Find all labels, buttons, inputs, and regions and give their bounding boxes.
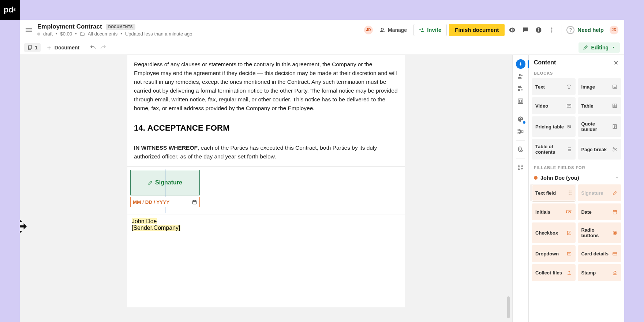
svg-point-38 [569,194,570,195]
document-page: Regardless of any clauses or statements … [127,55,405,307]
field-date[interactable]: Date [578,203,622,220]
field-initials[interactable]: InitialsIN [532,203,576,220]
info-icon [535,26,542,34]
menu-button[interactable] [26,27,32,33]
status-dot [37,33,40,35]
signature-block[interactable]: Signature MM / DD / YYYY [127,166,405,214]
need-help-button[interactable]: ? Need help [566,26,604,34]
finish-button[interactable]: Finish document [449,24,505,36]
video-icon [566,103,572,109]
field-card[interactable]: Card details [578,245,622,262]
svg-rect-26 [518,168,520,170]
chevron-down-icon [615,176,619,180]
redo-icon [100,44,106,51]
toc-icon [566,146,572,152]
image-icon [612,84,618,90]
rail-add-button[interactable]: + [516,59,525,69]
block-pricing-table[interactable]: Pricing table [532,116,576,137]
block-image[interactable]: Image [578,78,622,95]
rail-automation[interactable] [516,126,526,136]
status-text: draft [43,31,53,37]
svg-rect-22 [518,132,519,134]
workflow-icon [517,128,524,135]
manage-button[interactable]: Manage [375,24,411,36]
svg-rect-6 [538,28,539,29]
svg-rect-25 [521,165,523,167]
block-toc[interactable]: Table of contents [532,139,576,160]
rail-design[interactable] [516,96,526,106]
pages-chip[interactable]: 1 [24,43,41,52]
app-window: Employment Contract DOCUMENTS draft • $0… [20,20,624,322]
block-text[interactable]: Text [532,78,576,95]
move-handle[interactable] [20,218,29,238]
svg-point-14 [518,89,520,90]
pencil-icon [583,45,588,50]
block-video[interactable]: Video [532,97,576,114]
block-table[interactable]: Table [578,97,622,114]
svg-point-1 [383,29,384,30]
svg-rect-17 [519,100,521,102]
preview-button[interactable] [507,25,518,35]
field-text[interactable]: Text field [532,184,576,201]
comments-button[interactable] [520,25,531,35]
assignee-picker[interactable]: John Doe (you) [529,173,624,184]
rail-recipients[interactable] [516,71,526,81]
help-icon: ? [566,26,574,34]
field-signature[interactable]: Signature [578,184,622,201]
pricing-icon [566,124,572,130]
witness-paragraph[interactable]: IN WITNESS WHEREOF, each of the Parties … [134,143,398,161]
block-page-break[interactable]: Page break [578,139,622,160]
svg-point-39 [570,194,572,195]
radio-icon [612,230,618,236]
more-button[interactable] [546,25,557,35]
undo-button[interactable] [90,44,96,51]
rail-attachments[interactable] [516,144,526,154]
mode-switch[interactable]: Editing [579,42,620,53]
text-icon [566,84,572,90]
svg-point-12 [519,74,521,76]
svg-rect-5 [538,29,539,31]
field-stamp[interactable]: Stamp [578,264,622,281]
rail-apps[interactable] [516,162,526,172]
close-panel-button[interactable] [613,60,619,66]
field-checkbox[interactable]: Checkbox [532,222,576,243]
right-icon-rail: + [512,55,528,322]
svg-point-7 [551,27,553,29]
field-radio[interactable]: Radio buttons [578,222,622,243]
rail-variables[interactable] [516,83,526,94]
info-button[interactable] [533,25,544,35]
svg-point-2 [422,28,423,30]
svg-point-13 [521,75,523,76]
apps-icon [517,164,524,171]
card-icon [612,251,618,257]
chevron-down-icon [611,45,615,49]
avatar-chip[interactable]: JD [364,26,373,34]
rail-theme[interactable] [516,114,526,124]
section-heading[interactable]: 14. ACCEPTANCE FORM [134,123,398,133]
svg-rect-10 [29,45,31,49]
invite-button[interactable]: Invite [413,24,447,36]
move-icon [20,218,29,238]
initials-icon: IN [566,209,572,215]
dropdown-icon [566,251,572,257]
field-dropdown[interactable]: Dropdown [532,245,576,262]
user-avatar[interactable]: JD [610,26,618,34]
block-quote-builder[interactable]: Quote builder [578,116,622,137]
svg-rect-16 [518,99,523,104]
breadcrumb[interactable]: All documents [88,31,118,37]
signature-icon [612,190,618,196]
signature-field[interactable]: Signature [130,170,200,195]
redo-button[interactable] [100,44,106,51]
plus-icon: ＋ [46,43,52,52]
upload-icon [566,270,572,276]
scrollbar[interactable] [507,296,510,318]
date-field[interactable]: MM / DD / YYYY [130,197,200,207]
document-canvas[interactable]: Regardless of any clauses or statements … [20,55,512,322]
add-document-button[interactable]: ＋ Document [46,43,79,52]
document-title[interactable]: Employment Contract [37,23,102,30]
termination-paragraph[interactable]: Regardless of any clauses or statements … [134,60,398,113]
signer-name-block[interactable]: John Doe [Sender.Company] [127,214,405,235]
people-icon [517,72,524,80]
field-collect-files[interactable]: Collect files [532,264,576,281]
calendar-icon [612,209,618,215]
